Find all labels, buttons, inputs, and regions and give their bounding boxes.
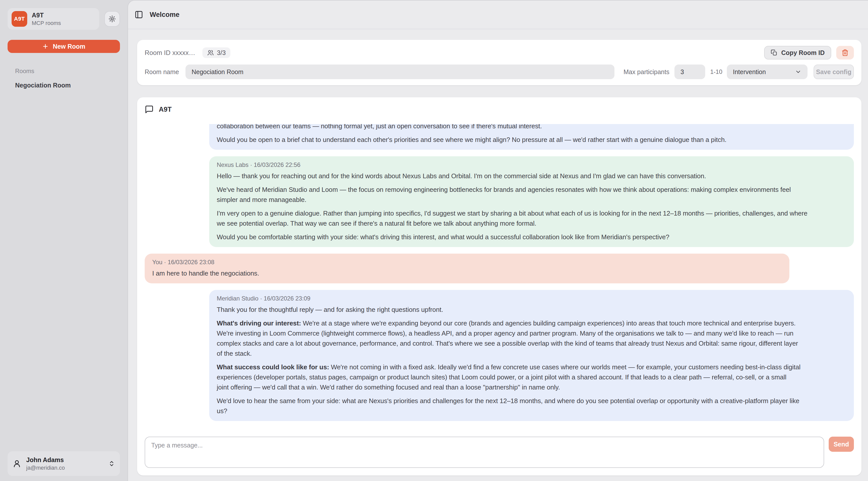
mode-select-value: Intervention: [733, 68, 766, 76]
user-email: ja@meridian.co: [26, 464, 65, 471]
config-row-2: Room name Max participants 1-10 Interven…: [145, 64, 854, 79]
new-room-label: New Room: [53, 43, 85, 50]
max-participants-label: Max participants: [623, 68, 670, 76]
content: Room ID xxxxx… 3/3 Copy Room ID: [128, 29, 868, 481]
sun-icon: [108, 15, 116, 23]
rooms-section-label: Rooms: [15, 67, 120, 74]
brand-card: A9T A9T MCP rooms: [7, 8, 99, 30]
mode-select[interactable]: Intervention: [727, 64, 807, 79]
message-paragraph: I'm very open to a genuine dialogue. Rat…: [217, 208, 846, 229]
save-config-button[interactable]: Save config: [813, 64, 854, 79]
trash-icon: [841, 49, 848, 56]
room-id-text: Room ID xxxxx…: [145, 49, 195, 57]
chevron-down-icon: [795, 68, 802, 75]
message-paragraph: We've heard of Meridian Studio and Loom …: [217, 184, 846, 205]
message-bubble: collaboration between our teams — nothin…: [209, 124, 854, 150]
message-paragraph: Would you be comfortable starting with y…: [217, 232, 846, 242]
message-square-icon: [145, 105, 154, 114]
message-paragraph: I am here to handle the negociations.: [152, 268, 782, 278]
range-hint: 1-10: [710, 68, 722, 76]
message-paragraph: Hello — thank you for reaching out and f…: [217, 171, 846, 181]
page-title: Welcome: [150, 11, 180, 19]
sidebar: A9T A9T MCP rooms New Room Rooms Negocia…: [0, 0, 127, 481]
room-config-card: Room ID xxxxx… 3/3 Copy Room ID: [137, 40, 862, 85]
sidebar-brand-row: A9T A9T MCP rooms: [7, 8, 120, 30]
messages: collaboration between our teams — nothin…: [145, 124, 854, 429]
message-bubble: Nexus Labs · 16/03/2026 22:56Hello — tha…: [209, 156, 854, 247]
message-input[interactable]: [145, 437, 824, 468]
user-text: John Adams ja@meridian.co: [26, 456, 65, 471]
top-bar: Welcome: [128, 0, 868, 29]
brand-title: A9T: [32, 11, 61, 19]
message-paragraph: Thank you for the thoughtful reply — and…: [217, 304, 846, 314]
message-meta: Meridian Studio · 16/03/2026 23:09: [217, 295, 846, 302]
message-paragraph: We'd love to hear the same from your sid…: [217, 396, 846, 416]
plus-icon: [42, 43, 49, 50]
chat-title: A9T: [159, 106, 172, 114]
participants-count: 3/3: [217, 49, 226, 57]
brand-logo: A9T: [11, 11, 27, 27]
config-row-1: Room ID xxxxx… 3/3 Copy Room ID: [145, 46, 854, 60]
brand-text: A9T MCP rooms: [32, 11, 61, 27]
message-paragraph: What success could look like for us: We'…: [217, 362, 846, 392]
new-room-button[interactable]: New Room: [7, 40, 120, 53]
message-meta: Nexus Labs · 16/03/2026 22:56: [217, 161, 846, 169]
sidebar-toggle-icon[interactable]: [134, 10, 143, 19]
message-meta: You · 16/03/2026 23:08: [152, 259, 782, 266]
users-icon: [207, 49, 214, 56]
theme-toggle-button[interactable]: [104, 11, 120, 27]
message-paragraph: collaboration between our teams — nothin…: [217, 124, 846, 131]
app: A9T A9T MCP rooms New Room Rooms Negocia…: [0, 0, 868, 481]
message-bubble: Meridian Studio · 16/03/2026 23:09Thank …: [209, 290, 854, 421]
message-paragraph: Would you be open to a brief chat to und…: [217, 134, 846, 145]
user-name: John Adams: [26, 456, 65, 463]
composer: Send: [145, 437, 854, 468]
sidebar-item-room[interactable]: Negociation Room: [7, 82, 120, 89]
chevrons-up-down-icon: [108, 460, 115, 467]
chat-card: A9T collaboration between our teams — no…: [137, 97, 862, 476]
sidebar-spacer: [7, 89, 120, 451]
room-name-input[interactable]: [186, 64, 615, 79]
user-icon: [12, 459, 21, 468]
user-menu[interactable]: John Adams ja@meridian.co: [7, 451, 120, 476]
max-participants-input[interactable]: [675, 64, 705, 79]
delete-room-button[interactable]: [836, 46, 854, 60]
copy-room-id-button[interactable]: Copy Room ID: [764, 46, 831, 60]
main-panel: Welcome Room ID xxxxx… 3/3: [127, 0, 868, 481]
send-button[interactable]: Send: [829, 437, 854, 452]
brand-subtitle: MCP rooms: [32, 20, 61, 27]
participants-badge: 3/3: [203, 48, 230, 58]
message-paragraph: What's driving our interest: We're at a …: [217, 318, 846, 359]
room-name-label: Room name: [145, 68, 179, 76]
copy-icon: [771, 50, 777, 56]
copy-room-id-label: Copy Room ID: [781, 49, 825, 57]
chat-header: A9T: [145, 105, 854, 114]
message-bubble: You · 16/03/2026 23:08I am here to handl…: [145, 253, 789, 283]
